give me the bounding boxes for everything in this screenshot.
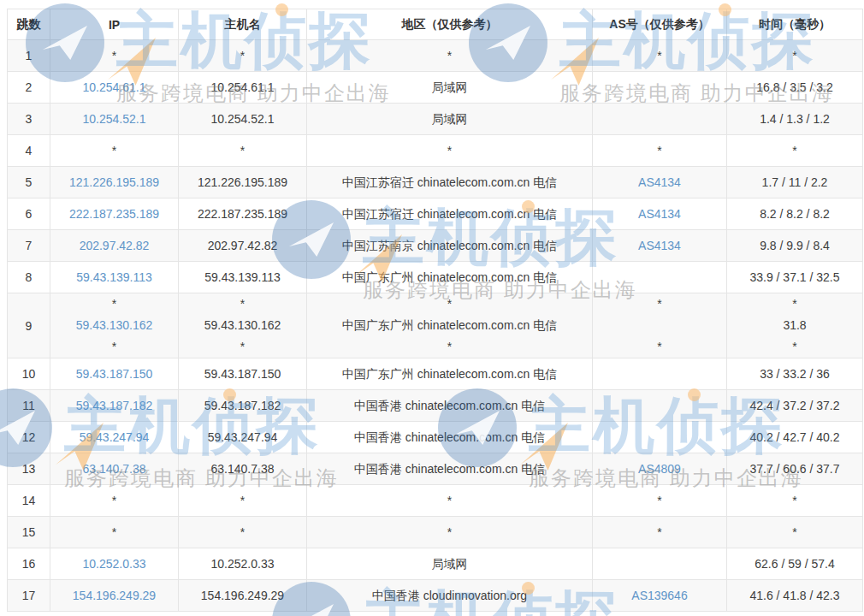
host-cell: 63.140.7.38 bbox=[179, 453, 307, 485]
time-cell: * bbox=[727, 40, 863, 72]
ip-cell: * bbox=[50, 40, 179, 72]
ip-cell: 59.43.139.113 bbox=[50, 262, 179, 293]
region-cell: 中国江苏南京 chinatelecom.com.cn 电信 bbox=[307, 230, 593, 262]
ip-cell: 59.43.247.94 bbox=[50, 422, 179, 453]
table-row: 5121.226.195.189121.226.195.189中国江苏宿迁 ch… bbox=[8, 167, 863, 198]
table-row: 1159.43.187.18259.43.187.182中国香港 chinate… bbox=[8, 390, 863, 422]
ip-cell: 121.226.195.189 bbox=[50, 167, 179, 198]
ip-link[interactable]: 121.226.195.189 bbox=[69, 175, 159, 189]
ip-link[interactable]: 59.43.187.150 bbox=[76, 367, 153, 381]
host-cell: * bbox=[179, 135, 307, 167]
region-cell: *中国广东广州 chinatelecom.com.cn 电信* bbox=[307, 293, 593, 358]
ip-cell: * bbox=[50, 517, 179, 548]
hop-cell: 5 bbox=[8, 167, 50, 198]
region-cell: 中国香港 chinatelecom.com.cn 电信 bbox=[307, 422, 593, 453]
table-row: 7202.97.42.82202.97.42.82中国江苏南京 chinatel… bbox=[8, 230, 863, 262]
as-cell: AS4134 bbox=[593, 230, 727, 262]
as-link[interactable]: AS4134 bbox=[638, 239, 681, 252]
ip-cell: 154.196.249.29 bbox=[50, 580, 179, 612]
ip-cell: 10.254.52.1 bbox=[50, 104, 179, 135]
as-cell: * bbox=[593, 485, 727, 517]
host-cell: 202.97.42.82 bbox=[179, 230, 307, 262]
host-cell: 121.226.195.189 bbox=[179, 167, 307, 198]
table-header-row: 跳数 IP 主机名 地区（仅供参考） AS号（仅供参考） 时间（毫秒） bbox=[8, 9, 863, 40]
time-cell: 33.9 / 37.1 / 32.5 bbox=[727, 262, 863, 293]
hop-cell: 7 bbox=[8, 230, 50, 262]
region-cell: * bbox=[307, 135, 593, 167]
as-cell: AS4134 bbox=[593, 167, 727, 198]
time-cell: 40.2 / 42.7 / 40.2 bbox=[727, 422, 863, 453]
time-cell: * bbox=[727, 485, 863, 517]
host-cell: 222.187.235.189 bbox=[179, 198, 307, 230]
host-cell: * bbox=[179, 517, 307, 548]
ip-cell: * bbox=[50, 485, 179, 517]
ip-link[interactable]: 202.97.42.82 bbox=[80, 239, 150, 252]
region-cell: 局域网 bbox=[307, 104, 593, 135]
ip-link[interactable]: 10.252.0.33 bbox=[83, 557, 146, 571]
ip-link[interactable]: 10.254.61.1 bbox=[83, 80, 146, 94]
column-header-asn: AS号（仅供参考） bbox=[593, 9, 727, 40]
ip-link[interactable]: 59.43.247.94 bbox=[80, 430, 150, 444]
ip-link[interactable]: 222.187.235.189 bbox=[69, 207, 159, 221]
hop-cell: 16 bbox=[8, 548, 50, 580]
column-header-host: 主机名 bbox=[179, 9, 307, 40]
as-cell: AS139646 bbox=[593, 580, 727, 612]
region-cell: 中国广东广州 chinatelecom.com.cn 电信 bbox=[307, 358, 593, 390]
as-cell: * bbox=[593, 40, 727, 72]
hop-cell: 2 bbox=[8, 72, 50, 104]
host-cell: 59.43.187.182 bbox=[179, 390, 307, 422]
as-cell bbox=[593, 548, 727, 580]
ip-cell: 10.254.61.1 bbox=[50, 72, 179, 104]
hop-cell: 14 bbox=[8, 485, 50, 517]
as-cell: AS4809 bbox=[593, 453, 727, 485]
hop-cell: 11 bbox=[8, 390, 50, 422]
region-cell: * bbox=[307, 40, 593, 72]
table-row: 17154.196.249.29154.196.249.29中国香港 cloud… bbox=[8, 580, 863, 612]
table-row: 859.43.139.11359.43.139.113中国广东广州 chinat… bbox=[8, 262, 863, 293]
ip-cell: * bbox=[50, 135, 179, 167]
ip-link[interactable]: 154.196.249.29 bbox=[73, 589, 156, 602]
as-cell bbox=[593, 358, 727, 390]
time-cell: 1.7 / 11 / 2.2 bbox=[727, 167, 863, 198]
ip-link[interactable]: 63.140.7.38 bbox=[83, 462, 146, 476]
as-cell: * * bbox=[593, 293, 727, 358]
time-cell: 8.2 / 8.2 / 8.2 bbox=[727, 198, 863, 230]
region-cell: 中国香港 chinatelecom.com.cn 电信 bbox=[307, 390, 593, 422]
as-link[interactable]: AS4809 bbox=[638, 462, 681, 476]
time-cell: * bbox=[727, 517, 863, 548]
region-cell: 中国香港 chinatelecom.com.cn 电信 bbox=[307, 453, 593, 485]
as-link[interactable]: AS139646 bbox=[631, 589, 687, 602]
time-cell: 41.6 / 41.8 / 42.3 bbox=[727, 580, 863, 612]
ip-link[interactable]: 10.254.52.1 bbox=[83, 112, 146, 126]
as-cell bbox=[593, 72, 727, 104]
table-row: 1***** bbox=[8, 40, 863, 72]
as-cell bbox=[593, 262, 727, 293]
region-cell: 局域网 bbox=[307, 72, 593, 104]
hop-cell: 1 bbox=[8, 40, 50, 72]
ip-link[interactable]: 59.43.187.182 bbox=[76, 399, 153, 412]
as-cell bbox=[593, 422, 727, 453]
host-cell: * bbox=[179, 40, 307, 72]
region-cell: * bbox=[307, 485, 593, 517]
ip-cell: 10.252.0.33 bbox=[50, 548, 179, 580]
as-cell: AS4134 bbox=[593, 198, 727, 230]
host-cell: *59.43.130.162* bbox=[179, 293, 307, 358]
host-cell: 10.254.52.1 bbox=[179, 104, 307, 135]
table-row: 6222.187.235.189222.187.235.189中国江苏宿迁 ch… bbox=[8, 198, 863, 230]
host-cell: 154.196.249.29 bbox=[179, 580, 307, 612]
time-cell: *31.8* bbox=[727, 293, 863, 358]
column-header-region: 地区（仅供参考） bbox=[307, 9, 593, 40]
ip-link[interactable]: 59.43.130.162 bbox=[76, 318, 153, 332]
region-cell: * bbox=[307, 517, 593, 548]
hop-cell: 3 bbox=[8, 104, 50, 135]
hop-cell: 12 bbox=[8, 422, 50, 453]
as-link[interactable]: AS4134 bbox=[638, 207, 681, 221]
hop-cell: 10 bbox=[8, 358, 50, 390]
region-cell: 中国江苏宿迁 chinatelecom.com.cn 电信 bbox=[307, 167, 593, 198]
time-cell: 9.8 / 9.9 / 8.4 bbox=[727, 230, 863, 262]
hop-cell: 6 bbox=[8, 198, 50, 230]
ip-link[interactable]: 59.43.139.113 bbox=[76, 270, 152, 284]
column-header-ip: IP bbox=[50, 9, 179, 40]
as-link[interactable]: AS4134 bbox=[638, 175, 681, 189]
as-cell bbox=[593, 104, 727, 135]
